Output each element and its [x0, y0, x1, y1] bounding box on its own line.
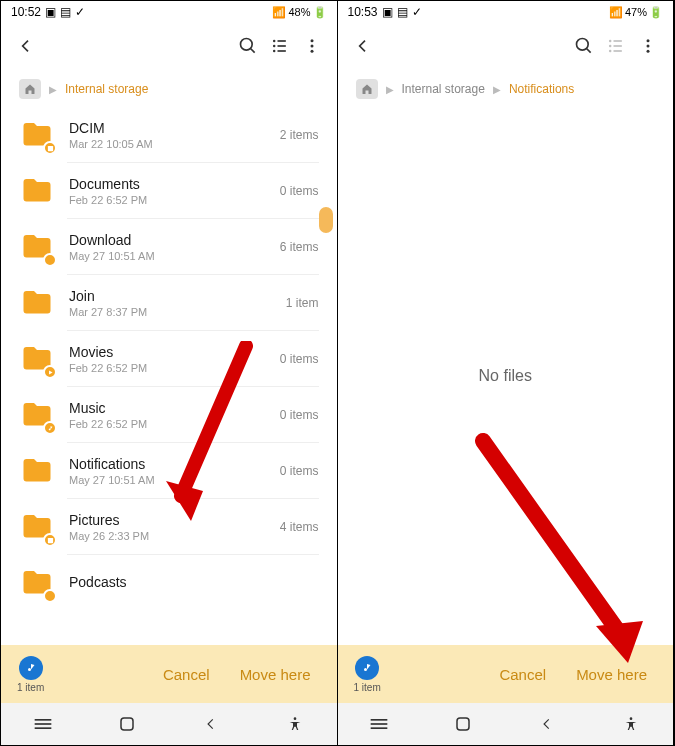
folder-meta: 2 items	[280, 128, 319, 142]
folder-icon	[19, 565, 55, 601]
more-button[interactable]	[637, 35, 659, 57]
empty-state: No files	[338, 107, 674, 645]
folder-icon	[19, 173, 55, 209]
notif-icon: ▤	[60, 5, 71, 19]
list-item[interactable]: Download May 27 10:51 AM 6 items	[1, 219, 337, 275]
list-item[interactable]: Documents Feb 22 6:52 PM 0 items	[1, 163, 337, 219]
folder-date: Feb 22 6:52 PM	[69, 418, 280, 430]
folder-name: DCIM	[69, 120, 280, 136]
cancel-button[interactable]: Cancel	[489, 658, 556, 691]
svg-rect-22	[614, 40, 622, 42]
folder-icon	[19, 453, 55, 489]
list-item[interactable]: Join Mar 27 8:37 PM 1 item	[1, 275, 337, 331]
battery-icon: 🔋	[649, 6, 663, 19]
svg-point-21	[609, 40, 612, 43]
clipboard-count: 1 item	[354, 682, 381, 693]
breadcrumb-item[interactable]: Notifications	[509, 82, 574, 96]
back-nav-button[interactable]	[199, 712, 223, 736]
download-badge-icon	[43, 253, 57, 267]
svg-point-19	[577, 39, 589, 51]
screen-left: 10:52 ▣ ▤ ✓ 📶 48% 🔋 ▶ Internal stor	[1, 1, 338, 745]
home-icon[interactable]	[356, 79, 378, 99]
svg-point-28	[647, 45, 650, 48]
folder-name: Movies	[69, 344, 280, 360]
list-item[interactable]: Pictures May 26 2:33 PM 4 items	[1, 499, 337, 555]
signal-icon: 📶	[609, 6, 623, 19]
home-button[interactable]	[115, 712, 139, 736]
view-options-button	[605, 35, 627, 57]
svg-rect-5	[277, 45, 285, 47]
folder-name: Join	[69, 288, 286, 304]
svg-point-4	[272, 45, 275, 48]
svg-rect-3	[277, 40, 285, 42]
breadcrumb: ▶ Internal storage	[1, 69, 337, 107]
audio-file-icon	[355, 656, 379, 680]
cancel-button[interactable]: Cancel	[153, 658, 220, 691]
status-bar: 10:52 ▣ ▤ ✓ 📶 48% 🔋	[1, 1, 337, 23]
svg-point-27	[647, 39, 650, 42]
svg-rect-16	[121, 718, 133, 730]
folder-date: May 27 10:51 AM	[69, 250, 280, 262]
move-here-button[interactable]: Move here	[566, 658, 657, 691]
move-here-button[interactable]: Move here	[230, 658, 321, 691]
image-badge-icon	[43, 533, 57, 547]
action-bar: 1 item Cancel Move here	[338, 645, 674, 703]
svg-rect-24	[614, 45, 622, 47]
folder-name: Music	[69, 400, 280, 416]
folder-name: Documents	[69, 176, 280, 192]
back-button[interactable]	[15, 35, 37, 57]
svg-line-1	[250, 49, 254, 53]
folder-name: Notifications	[69, 456, 280, 472]
toolbar	[1, 23, 337, 69]
accessibility-button[interactable]	[619, 712, 643, 736]
folder-icon	[19, 117, 55, 153]
back-button[interactable]	[352, 35, 374, 57]
folder-date: May 26 2:33 PM	[69, 530, 280, 542]
home-icon[interactable]	[19, 79, 41, 99]
folder-icon	[19, 229, 55, 265]
home-button[interactable]	[451, 712, 475, 736]
svg-point-9	[310, 45, 313, 48]
svg-point-25	[609, 50, 612, 53]
notif-icon: ▣	[382, 5, 393, 19]
breadcrumb: ▶ Internal storage ▶ Notifications	[338, 69, 674, 107]
accessibility-button[interactable]	[283, 712, 307, 736]
play-badge-icon	[43, 365, 57, 379]
back-nav-button[interactable]	[535, 712, 559, 736]
folder-meta: 6 items	[280, 240, 319, 254]
recents-button[interactable]	[367, 712, 391, 736]
search-button[interactable]	[237, 35, 259, 57]
clipboard-indicator[interactable]: 1 item	[17, 656, 44, 693]
folder-meta: 1 item	[286, 296, 319, 310]
folder-meta: 0 items	[280, 408, 319, 422]
svg-point-29	[647, 50, 650, 53]
signal-icon: 📶	[272, 6, 286, 19]
svg-point-34	[630, 717, 633, 720]
toolbar	[338, 23, 674, 69]
list-item[interactable]: Podcasts	[1, 555, 337, 611]
list-item[interactable]: Notifications May 27 10:51 AM 0 items	[1, 443, 337, 499]
folder-date: Feb 22 6:52 PM	[69, 194, 280, 206]
chevron-right-icon: ▶	[493, 84, 501, 95]
clipboard-indicator[interactable]: 1 item	[354, 656, 381, 693]
more-button[interactable]	[301, 35, 323, 57]
folder-list: DCIM Mar 22 10:05 AM 2 items Documents F…	[1, 107, 337, 645]
folder-meta: 0 items	[280, 184, 319, 198]
list-item[interactable]: DCIM Mar 22 10:05 AM 2 items	[1, 107, 337, 163]
view-options-button[interactable]	[269, 35, 291, 57]
svg-point-10	[310, 50, 313, 53]
music-badge-icon	[43, 421, 57, 435]
empty-text: No files	[479, 367, 532, 385]
list-item[interactable]: Movies Feb 22 6:52 PM 0 items	[1, 331, 337, 387]
breadcrumb-item[interactable]: Internal storage	[402, 82, 485, 96]
list-item[interactable]: Music Feb 22 6:52 PM 0 items	[1, 387, 337, 443]
battery-icon: 🔋	[313, 6, 327, 19]
chevron-right-icon: ▶	[386, 84, 394, 95]
clipboard-count: 1 item	[17, 682, 44, 693]
recents-button[interactable]	[31, 712, 55, 736]
breadcrumb-item[interactable]: Internal storage	[65, 82, 148, 96]
chevron-right-icon: ▶	[49, 84, 57, 95]
scroll-thumb[interactable]	[319, 207, 333, 233]
search-button[interactable]	[573, 35, 595, 57]
folder-date: Feb 22 6:52 PM	[69, 362, 280, 374]
